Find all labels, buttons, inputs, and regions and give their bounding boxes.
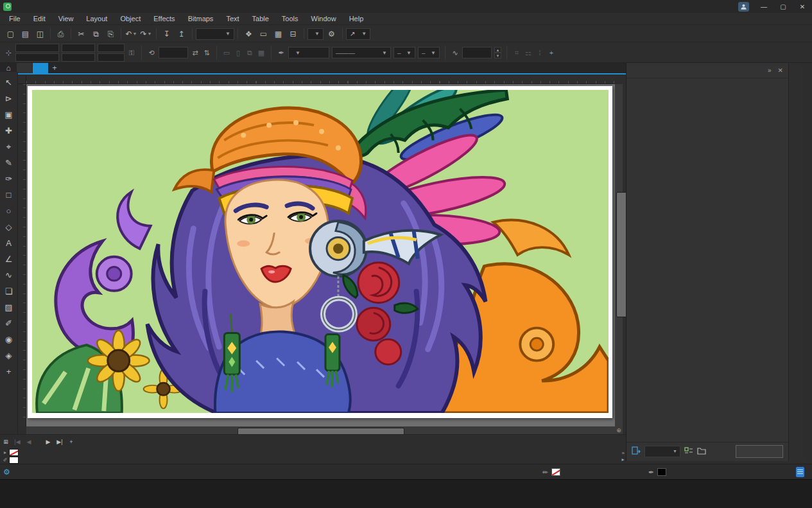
tab-active-document[interactable] (33, 63, 48, 73)
object-width-field[interactable] (62, 44, 95, 52)
scale-x-field[interactable] (98, 44, 125, 52)
rotation-angle-field[interactable] (159, 47, 188, 58)
add-tool-button[interactable]: + (1, 363, 17, 380)
drop-shadow-tool[interactable]: ❏ (1, 283, 17, 299)
snap-options-icon[interactable]: ⌗ (512, 49, 521, 57)
fullscreen-preview-button[interactable]: ❖ (241, 27, 256, 40)
menu-edit[interactable]: Edit (27, 13, 52, 24)
rectangle-tool[interactable]: □ (1, 187, 17, 203)
trim-icon[interactable]: ▦ (257, 49, 266, 57)
print-button[interactable]: ⎙ (53, 27, 68, 40)
menu-bitmaps[interactable]: Bitmaps (182, 13, 220, 24)
options-gear-icon[interactable]: ⚙ (324, 27, 339, 40)
wrap-text-icon[interactable]: ▭ (222, 49, 231, 57)
menu-effects[interactable]: Effects (147, 13, 181, 24)
polygon-tool[interactable]: ◇ (1, 219, 17, 235)
show-grid-button[interactable]: ▦ (271, 27, 286, 40)
copy-button[interactable]: ⧉ (89, 27, 103, 40)
next-page-icon[interactable]: ▶ (42, 436, 54, 448)
ruler-origin-corner[interactable] (18, 76, 26, 84)
open-folder-icon[interactable] (697, 447, 706, 456)
insert-page-icon[interactable]: + (65, 436, 77, 448)
tab-welcome-screen[interactable] (17, 63, 32, 73)
snap-to-dropdown[interactable]: ▼ (307, 28, 324, 40)
close-button[interactable]: ✕ (793, 0, 812, 13)
menu-file[interactable]: File (3, 13, 27, 24)
arrow-end-dropdown[interactable]: –▼ (418, 47, 440, 58)
vertical-scrollbar[interactable] (615, 84, 623, 426)
align-icon[interactable]: ⚏ (524, 49, 533, 57)
dimension-tool[interactable]: ∠ (1, 251, 17, 267)
save-button[interactable]: ◫ (33, 27, 48, 40)
horizontal-scrollbar[interactable] (26, 426, 615, 434)
panel-close-icon[interactable]: ✕ (778, 67, 783, 74)
add-page-icon[interactable]: ⊞ (0, 436, 12, 448)
document-properties-icon[interactable] (796, 467, 804, 477)
new-document-tab-button[interactable]: + (49, 63, 60, 73)
launch-dropdown[interactable]: ↗ ▼ (346, 28, 370, 40)
add-preset-icon[interactable] (684, 446, 693, 457)
palette-eyedropper-icon[interactable]: ✐ (1, 457, 9, 464)
palette-options-icon[interactable]: ▸ (1, 449, 9, 456)
zoom-corner-icon[interactable]: ⊕ (615, 426, 623, 434)
ellipse-tool[interactable]: ○ (1, 203, 17, 219)
weld-icon[interactable]: ⧉ (245, 49, 254, 57)
redo-button[interactable]: ↷▼ (139, 27, 153, 40)
zoom-level-dropdown[interactable]: ▼ (196, 28, 234, 40)
line-style-dropdown[interactable]: ———▼ (332, 47, 391, 58)
last-page-icon[interactable]: ▶| (54, 436, 65, 448)
document-page[interactable] (28, 86, 612, 418)
arrow-start-dropdown[interactable]: –▼ (393, 47, 415, 58)
minimize-button[interactable]: — (754, 0, 773, 13)
snap-off-button[interactable]: ⊟ (286, 27, 300, 40)
menu-table[interactable]: Table (246, 13, 275, 24)
show-rulers-button[interactable]: ▭ (256, 27, 271, 40)
cut-button[interactable]: ✂ (74, 27, 89, 40)
position-y-field[interactable] (15, 53, 59, 62)
connector-tool[interactable]: ∿ (1, 267, 17, 283)
footer-format-dropdown[interactable]: ▼ (644, 446, 680, 457)
free-transform-tool[interactable]: ⌖ (1, 139, 17, 155)
menu-view[interactable]: View (52, 13, 80, 24)
export-button[interactable]: ↥ (174, 27, 189, 40)
shape-tool[interactable]: ⊳ (1, 91, 17, 107)
distribute-icon[interactable]: ⁞ (535, 49, 544, 57)
menu-tools[interactable]: Tools (275, 13, 305, 24)
add-control-icon[interactable]: + (547, 49, 556, 57)
artistic-media-tool[interactable]: ✑ (1, 171, 17, 187)
undo-button[interactable]: ↶▼ (124, 27, 139, 40)
smoothing-stepper[interactable]: ▲▼ (494, 47, 501, 58)
interactive-fill-tool[interactable]: ◉ (1, 331, 17, 347)
mirror-vertical-icon[interactable]: ⇅ (202, 49, 211, 57)
object-height-field[interactable] (62, 53, 95, 62)
menu-help[interactable]: Help (343, 13, 370, 24)
export-button[interactable] (736, 445, 783, 458)
account-icon[interactable] (738, 2, 749, 12)
panel-collapse-icon[interactable]: » (768, 67, 772, 74)
smoothing-field[interactable] (462, 47, 492, 58)
scale-y-field[interactable] (98, 53, 125, 62)
status-settings-gear-icon[interactable]: ⚙ (3, 468, 10, 477)
no-color-swatch[interactable] (9, 449, 19, 456)
menu-object[interactable]: Object (114, 13, 147, 24)
transparency-tool[interactable]: ▨ (1, 299, 17, 315)
eyedropper-tool[interactable]: ✐ (1, 315, 17, 331)
new-document-button[interactable]: ▢ (3, 27, 18, 40)
open-button[interactable]: ▤ (18, 27, 33, 40)
menu-window[interactable]: Window (305, 13, 343, 24)
crop-tool[interactable]: ▣ (1, 107, 17, 123)
maximize-button[interactable]: ▢ (773, 0, 793, 13)
publish-settings-icon[interactable] (632, 446, 641, 457)
mirror-horizontal-icon[interactable]: ⇄ (191, 49, 200, 57)
outline-width-dropdown[interactable]: ▼ (288, 47, 329, 58)
pick-tool[interactable]: ↖ (1, 74, 17, 91)
previous-page-icon[interactable]: ◀ (23, 436, 35, 448)
mesh-fill-tool[interactable]: ◈ (1, 347, 17, 363)
palette-scroll-arrows[interactable]: »▸ (622, 448, 625, 464)
text-tool[interactable]: A (1, 235, 17, 251)
lock-ratio-icon[interactable]: ⚿ (127, 49, 136, 57)
menu-layout[interactable]: Layout (80, 13, 114, 24)
import-button[interactable]: ↧ (159, 27, 174, 40)
drawing-canvas[interactable] (26, 84, 615, 426)
position-x-field[interactable] (15, 44, 59, 52)
